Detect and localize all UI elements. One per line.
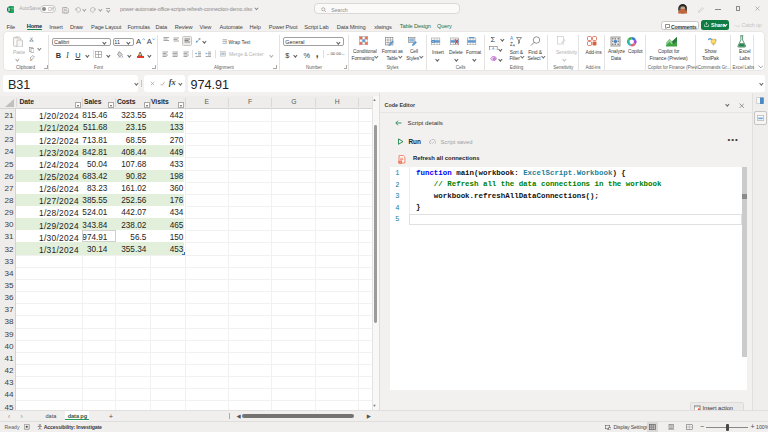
svg-text:Z: Z bbox=[510, 41, 513, 46]
svg-text:A: A bbox=[510, 36, 513, 41]
